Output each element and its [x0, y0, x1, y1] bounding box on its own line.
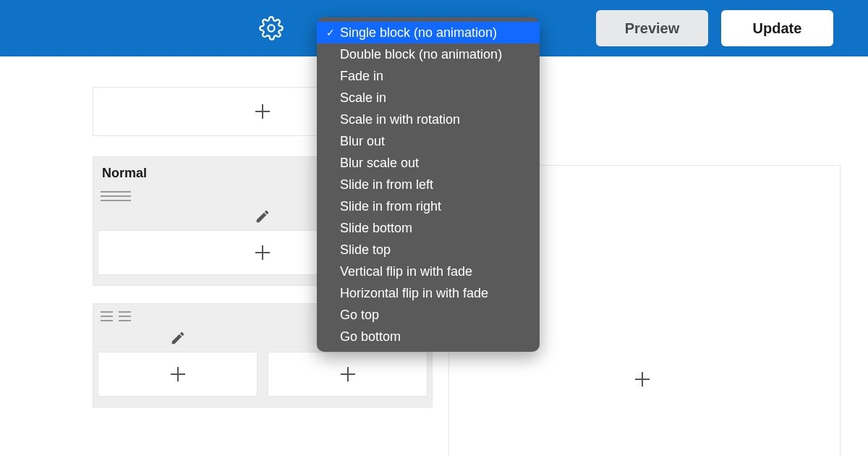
dropdown-option-label: Fade in [340, 69, 383, 84]
dropdown-option[interactable]: Slide in from right [317, 195, 540, 217]
dropdown-option[interactable]: Scale in with rotation [317, 109, 540, 130]
update-button[interactable]: Update [721, 10, 833, 46]
drag-handle[interactable] [98, 311, 128, 321]
dropdown-option-label: Blur scale out [340, 156, 419, 171]
cell-left [98, 327, 258, 397]
dropdown-option-label: Slide in from left [340, 177, 433, 193]
pencil-icon [255, 208, 271, 224]
dropdown-option[interactable]: Double block (no animation) [317, 43, 540, 65]
dropdown-option[interactable]: Vertical flip in with fade [317, 261, 540, 282]
animation-dropdown[interactable]: ✓Single block (no animation)Double block… [317, 17, 540, 352]
dropdown-option-label: Single block (no animation) [340, 25, 497, 41]
plus-icon [167, 363, 189, 385]
settings-button[interactable] [259, 16, 284, 43]
topbar-actions: Preview Update [596, 10, 833, 46]
dropdown-option[interactable]: Horizontal flip in with fade [317, 282, 540, 304]
dropdown-option[interactable]: Go bottom [317, 326, 540, 347]
check-icon: ✓ [324, 27, 337, 38]
svg-point-0 [268, 25, 274, 31]
dropdown-option[interactable]: Blur out [317, 130, 540, 152]
dropdown-option[interactable]: Slide bottom [317, 217, 540, 239]
pencil-icon [170, 330, 186, 346]
add-block-button[interactable] [268, 352, 427, 397]
dropdown-option-label: Horizontal flip in with fade [340, 286, 488, 301]
plus-icon [252, 101, 273, 122]
dropdown-option-label: Scale in with rotation [340, 112, 460, 127]
dropdown-option-label: Double block (no animation) [340, 47, 502, 62]
dropdown-option[interactable]: Go top [317, 304, 540, 326]
dropdown-option[interactable]: Scale in [317, 87, 540, 109]
dropdown-option[interactable]: ✓Single block (no animation) [317, 22, 540, 43]
dropdown-option-label: Slide in from right [340, 199, 441, 214]
plus-icon [252, 242, 273, 263]
dropdown-option[interactable]: Fade in [317, 65, 540, 87]
dropdown-option-label: Go bottom [340, 329, 401, 345]
gear-icon [259, 16, 284, 41]
dropdown-option-label: Vertical flip in with fade [340, 264, 472, 279]
dropdown-option[interactable]: Slide top [317, 239, 540, 261]
preview-button[interactable]: Preview [596, 10, 708, 46]
dropdown-option-label: Go top [340, 308, 379, 323]
dropdown-option-label: Slide bottom [340, 221, 412, 236]
dropdown-option-label: Scale in [340, 90, 386, 106]
edit-row-button[interactable] [98, 327, 258, 352]
dropdown-option-label: Blur out [340, 134, 385, 149]
dropdown-option-label: Slide top [340, 242, 391, 258]
dropdown-option[interactable]: Slide in from left [317, 174, 540, 195]
add-block-button[interactable] [98, 352, 258, 397]
plus-icon [337, 363, 359, 385]
plus-icon [631, 368, 653, 393]
dropdown-option[interactable]: Blur scale out [317, 152, 540, 174]
